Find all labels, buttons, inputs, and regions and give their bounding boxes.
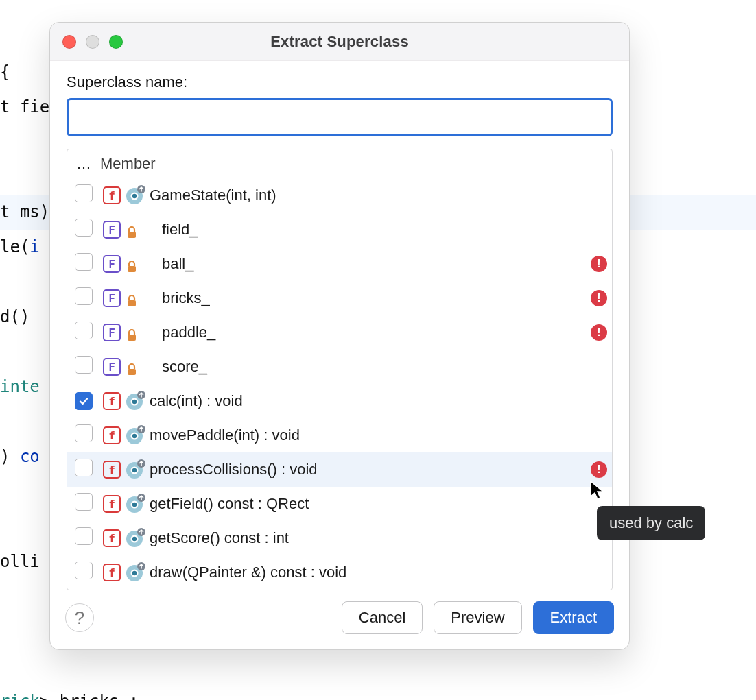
code-line: rick> bricks_;	[0, 684, 756, 700]
member-checkbox[interactable]	[75, 424, 93, 442]
lock-icon	[126, 328, 137, 340]
member-row[interactable]: fprocessCollisions() : void!	[67, 452, 612, 487]
member-checkbox[interactable]	[75, 356, 93, 374]
member-row[interactable]: Fbricks_!	[67, 281, 612, 315]
dependency-warning-icon[interactable]: !	[591, 461, 607, 478]
member-row[interactable]: Fscore_	[67, 350, 612, 384]
member-checkbox[interactable]	[75, 287, 93, 305]
svg-rect-8	[128, 369, 136, 375]
member-label: draw(QPainter &) const : void	[150, 564, 346, 581]
members-table: … Member fGameState(int, int)Ffield_Fbal…	[67, 149, 613, 590]
override-up-icon	[125, 528, 145, 548]
function-kind-icon: f	[103, 529, 121, 547]
dialog-title: Extract Superclass	[50, 33, 629, 51]
member-checkbox[interactable]	[75, 184, 93, 202]
member-row[interactable]: Fpaddle_!	[67, 315, 612, 350]
svg-point-11	[132, 400, 137, 404]
column-header-check: …	[67, 155, 97, 173]
member-label: ball_	[162, 255, 193, 273]
override-up-icon	[125, 425, 145, 446]
svg-rect-4	[128, 232, 136, 238]
field-kind-icon: F	[103, 255, 121, 273]
svg-point-19	[132, 468, 137, 472]
field-kind-icon: F	[103, 289, 121, 307]
member-label: bricks_	[162, 289, 210, 307]
svg-point-31	[132, 571, 137, 575]
svg-point-2	[132, 194, 137, 198]
member-checkbox[interactable]	[75, 322, 93, 339]
zoom-window-button[interactable]	[109, 35, 123, 49]
member-label: getScore() const : int	[150, 529, 289, 547]
field-kind-icon: F	[103, 358, 121, 376]
lock-icon	[126, 293, 137, 306]
code-line	[0, 649, 756, 684]
override-up-icon	[125, 391, 145, 411]
dependency-tooltip: used by calc	[597, 506, 705, 540]
member-label: processCollisions() : void	[150, 461, 318, 479]
member-row[interactable]: fcalc(int) : void	[67, 384, 612, 418]
dependency-warning-icon[interactable]: !	[591, 324, 607, 341]
lock-icon	[126, 362, 137, 374]
members-table-header: … Member	[67, 149, 612, 178]
member-label: getField() const : QRect	[150, 495, 309, 513]
function-kind-icon: f	[103, 495, 121, 513]
member-row[interactable]: fmovePaddle(int) : void	[67, 418, 612, 452]
member-label: calc(int) : void	[150, 392, 243, 410]
cancel-button[interactable]: Cancel	[342, 601, 423, 634]
override-up-icon	[125, 459, 145, 480]
svg-rect-6	[128, 300, 136, 306]
close-window-button[interactable]	[62, 35, 76, 49]
function-kind-icon: f	[103, 564, 121, 581]
function-kind-icon: f	[103, 461, 121, 479]
svg-point-23	[132, 503, 137, 507]
member-label: field_	[162, 221, 198, 239]
help-button[interactable]: ?	[65, 603, 94, 632]
svg-rect-7	[128, 335, 136, 341]
dialog-footer: ? Cancel Preview Extract	[50, 590, 629, 649]
member-row[interactable]: fdraw(QPainter &) const : void	[67, 555, 612, 590]
dependency-warning-icon[interactable]: !	[591, 256, 607, 272]
member-label: score_	[162, 358, 207, 376]
function-kind-icon: f	[103, 392, 121, 410]
member-label: movePaddle(int) : void	[150, 426, 300, 444]
lock-icon	[126, 225, 137, 237]
superclass-name-label: Superclass name:	[67, 73, 613, 91]
lock-icon	[126, 259, 137, 271]
member-row[interactable]: Fball_!	[67, 247, 612, 281]
svg-point-27	[132, 537, 137, 541]
tooltip-text: used by calc	[609, 514, 693, 531]
member-row[interactable]: fgetScore() const : int	[67, 521, 612, 555]
extract-superclass-dialog: Extract Superclass Superclass name: … Me…	[49, 22, 630, 650]
member-label: paddle_	[162, 324, 215, 341]
member-row[interactable]: Ffield_	[67, 213, 612, 247]
member-checkbox[interactable]	[75, 562, 93, 579]
member-row[interactable]: fgetField() const : QRect	[67, 487, 612, 521]
svg-point-15	[132, 434, 137, 438]
column-header-member: Member	[97, 155, 586, 173]
override-up-icon	[125, 562, 145, 583]
extract-button[interactable]: Extract	[533, 601, 614, 634]
dependency-warning-icon[interactable]: !	[591, 290, 607, 306]
override-up-icon	[125, 494, 145, 514]
member-checkbox[interactable]	[75, 219, 93, 237]
member-checkbox[interactable]	[75, 527, 93, 545]
function-kind-icon: f	[103, 186, 121, 204]
member-checkbox[interactable]	[75, 392, 93, 410]
svg-rect-5	[128, 266, 136, 272]
function-kind-icon: f	[103, 426, 121, 444]
member-checkbox[interactable]	[75, 253, 93, 271]
window-controls	[62, 35, 123, 49]
field-kind-icon: F	[103, 324, 121, 341]
minimize-window-button[interactable]	[86, 35, 99, 49]
member-row[interactable]: fGameState(int, int)	[67, 178, 612, 213]
dialog-titlebar: Extract Superclass	[50, 23, 629, 61]
member-checkbox[interactable]	[75, 493, 93, 511]
member-checkbox[interactable]	[75, 459, 93, 476]
superclass-name-input[interactable]	[67, 98, 613, 136]
field-kind-icon: F	[103, 221, 121, 239]
override-up-icon	[125, 185, 145, 206]
member-label: GameState(int, int)	[150, 186, 276, 204]
preview-button[interactable]: Preview	[434, 601, 521, 634]
